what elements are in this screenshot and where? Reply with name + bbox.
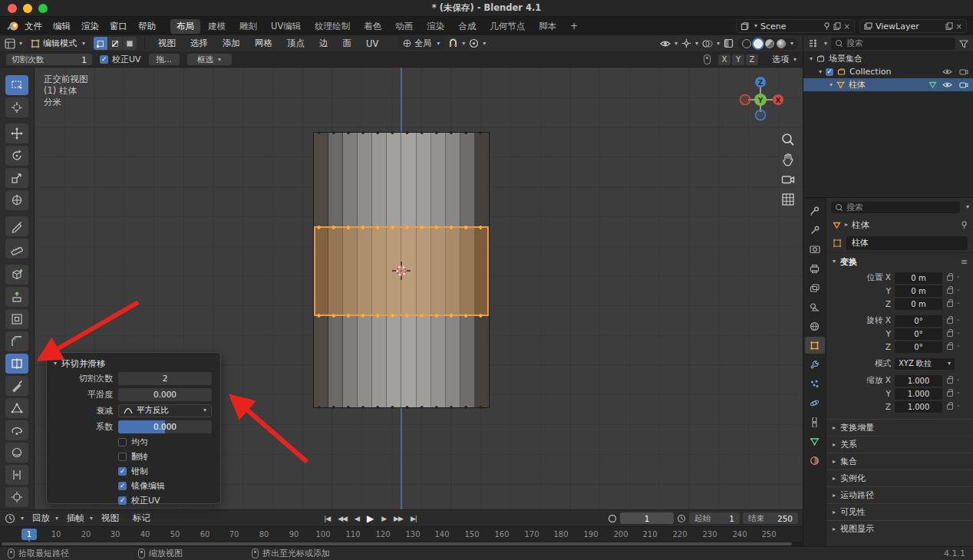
menu-vertex[interactable]: 顶点 — [282, 38, 310, 49]
rot-y-animate-icon[interactable]: · — [957, 329, 960, 338]
tab-scene[interactable] — [805, 298, 825, 315]
tool-inset-button[interactable] — [5, 309, 28, 329]
collection-expand-icon[interactable]: ▾ — [819, 69, 822, 75]
remove-viewlayer-icon[interactable]: × — [956, 22, 962, 31]
mode-dropdown[interactable]: 编辑模式 ▾ — [26, 37, 90, 50]
menu-select[interactable]: 选择 — [185, 38, 213, 49]
tool-edge-slide-button[interactable] — [5, 465, 28, 485]
ortho-toggle-button[interactable] — [780, 192, 796, 207]
outliner-editor-icon[interactable] — [808, 38, 818, 48]
menu-file[interactable]: 文件 — [19, 21, 48, 32]
loc-x-lock-icon[interactable] — [947, 275, 953, 281]
workspace-tab-animation[interactable]: 动画 — [389, 19, 419, 34]
correct-uv-toggle[interactable]: ✓ 校正UV — [100, 54, 141, 65]
shading-rendered-button[interactable] — [777, 39, 786, 48]
tool-transform-button[interactable] — [5, 190, 28, 210]
proportional-edit-button[interactable]: ▾ — [469, 38, 486, 48]
unlink-scene-icon[interactable]: × — [844, 22, 850, 31]
tab-material[interactable] — [805, 452, 825, 469]
gizmos-button[interactable]: ▾ — [681, 38, 698, 48]
tool-bevel-button[interactable] — [5, 331, 28, 351]
tab-tool[interactable] — [805, 222, 825, 239]
jump-to-end-button[interactable]: ▶| — [407, 514, 420, 523]
outliner-row-scene-collection[interactable]: ▾ 场景集合 — [803, 52, 973, 65]
section-viewport-display[interactable]: ▸视图显示 — [826, 520, 973, 537]
navigation-gizmo[interactable]: Z X Y — [734, 74, 787, 126]
properties-editor-type-button[interactable] — [805, 203, 825, 219]
section-relations[interactable]: ▸关系 — [826, 436, 973, 453]
shading-material-button[interactable] — [765, 39, 774, 48]
new-scene-icon[interactable] — [833, 22, 841, 31]
menu-marker[interactable]: 标记 — [127, 512, 156, 524]
prev-frame-button[interactable]: ◀ — [351, 514, 362, 523]
workspace-tab-shading[interactable]: 着色 — [358, 19, 388, 34]
tool-spin-button[interactable] — [5, 420, 28, 440]
outliner-search-field[interactable]: 搜索 — [831, 38, 955, 50]
menu-edit[interactable]: 编辑 — [48, 21, 76, 32]
factor-slider[interactable]: 0.000 — [118, 420, 212, 433]
jump-to-start-button[interactable]: |◀ — [321, 514, 333, 523]
cylinder-eye-icon[interactable] — [942, 81, 952, 89]
smoothness-value-field[interactable]: 0.000 — [118, 388, 212, 401]
properties-options-caret-icon[interactable]: ▾ — [966, 204, 969, 210]
scale-x-lock-icon[interactable] — [947, 378, 953, 384]
flipped-toggle[interactable]: 翻转 — [118, 450, 220, 463]
tab-physics[interactable] — [805, 394, 825, 411]
tool-add-cube-button[interactable] — [5, 265, 28, 285]
tool-select-box-button[interactable] — [5, 75, 28, 95]
axis-x-button[interactable]: X — [718, 54, 731, 65]
even-toggle[interactable]: 均匀 — [118, 436, 220, 449]
menu-face[interactable]: 面 — [338, 38, 358, 49]
timeline-ruler[interactable]: 1 10 20 30 40 50 60 70 80 90 100 110 120… — [0, 526, 803, 542]
collection-eye-icon[interactable] — [942, 68, 952, 76]
select-mode-vertex-button[interactable] — [94, 37, 107, 50]
tool-poly-build-button[interactable] — [5, 398, 28, 418]
rot-x-lock-icon[interactable] — [947, 318, 953, 324]
menu-uv[interactable]: UV — [361, 38, 384, 49]
correct-uv-checkbox[interactable]: ✓ — [100, 55, 108, 64]
scale-x-field[interactable]: 1.000 — [895, 375, 942, 387]
panel-correct-uv-checkbox[interactable]: ✓ — [118, 496, 127, 505]
loc-y-animate-icon[interactable]: · — [957, 286, 960, 295]
workspace-tab-sculpting[interactable]: 雕刻 — [233, 19, 263, 34]
scale-x-animate-icon[interactable]: · — [957, 376, 960, 385]
tab-view-layer[interactable] — [805, 279, 825, 296]
scene-collection-expand-icon[interactable]: ▾ — [810, 56, 813, 62]
menu-edge[interactable]: 边 — [314, 38, 334, 49]
collection-checkbox[interactable]: ✓ — [826, 68, 833, 76]
rot-z-field[interactable]: 0° — [895, 341, 942, 353]
frame-end-field[interactable]: 结束 250 — [743, 512, 798, 524]
workspace-tab-geometry-nodes[interactable]: 几何节点 — [483, 19, 531, 34]
shading-solid-button[interactable] — [754, 39, 763, 48]
cylinder-render-icon[interactable] — [959, 81, 968, 89]
object-name-field[interactable]: 柱体 — [846, 236, 968, 250]
tab-particles[interactable] — [805, 375, 825, 392]
next-frame-button[interactable]: ▶ — [378, 514, 389, 523]
flipped-checkbox[interactable] — [118, 453, 127, 461]
cuts-number-field[interactable]: 切割次数 1 — [6, 54, 92, 65]
zoom-view-button[interactable] — [780, 132, 796, 147]
menu-keying[interactable]: 插帧 — [61, 512, 90, 524]
prev-keyframe-button[interactable]: ◀◀ — [335, 514, 350, 523]
tool-annotate-button[interactable] — [5, 216, 28, 236]
camera-view-button[interactable] — [780, 172, 796, 187]
tab-constraints[interactable] — [805, 413, 825, 430]
timeline-editor-icon[interactable] — [5, 513, 15, 524]
panel-correct-uv-toggle[interactable]: ✓ 校正UV — [118, 494, 220, 507]
tool-smooth-button[interactable] — [5, 443, 28, 463]
scrollbar-handle[interactable] — [2, 542, 792, 545]
rot-x-field[interactable]: 0° — [895, 315, 942, 327]
tool-loop-cut-button[interactable] — [5, 354, 28, 374]
tab-render[interactable] — [805, 241, 825, 258]
loc-z-animate-icon[interactable]: · — [957, 299, 960, 308]
select-mode-edge-button[interactable] — [108, 37, 122, 50]
rot-z-lock-icon[interactable] — [947, 344, 953, 350]
tool-shrink-fatten-button[interactable] — [5, 487, 28, 507]
section-delta-transform[interactable]: ▸变换增量 — [826, 419, 973, 436]
axis-z-button[interactable]: Z — [746, 54, 758, 65]
outliner-editor-caret-icon[interactable]: ▾ — [824, 41, 827, 47]
rot-z-animate-icon[interactable]: · — [957, 342, 960, 351]
options-dropdown[interactable]: 选项 ▾ — [772, 54, 797, 65]
properties-search-field[interactable]: 搜索 — [831, 202, 960, 213]
workspace-tab-rendering[interactable]: 渲染 — [421, 19, 450, 34]
